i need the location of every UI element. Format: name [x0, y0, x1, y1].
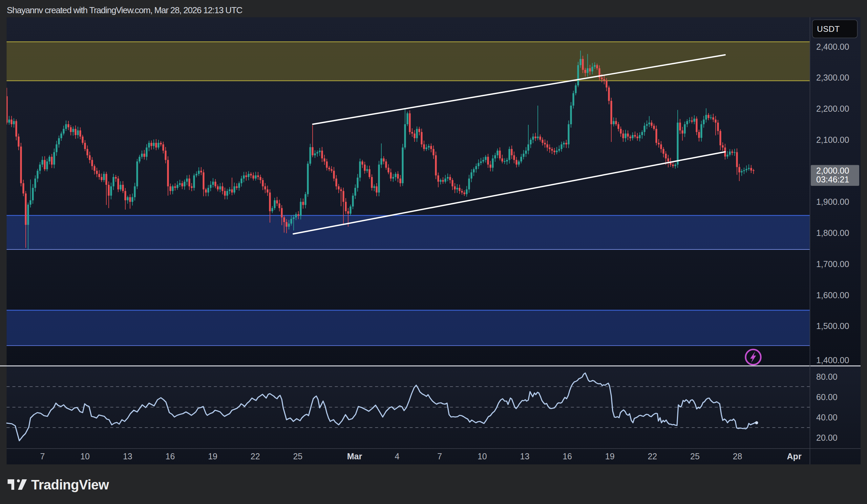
svg-text:25: 25 [293, 451, 302, 461]
svg-text:22: 22 [250, 451, 260, 461]
svg-text:03:46:21: 03:46:21 [816, 175, 849, 184]
svg-text:1,800.00: 1,800.00 [816, 228, 849, 238]
svg-text:80.00: 80.00 [816, 372, 837, 382]
svg-text:28: 28 [733, 451, 742, 461]
svg-text:7: 7 [437, 451, 442, 461]
svg-text:40.00: 40.00 [816, 413, 837, 422]
svg-text:2,200.00: 2,200.00 [816, 104, 849, 113]
svg-text:25: 25 [690, 451, 700, 461]
svg-text:13: 13 [123, 451, 132, 461]
svg-text:10: 10 [478, 451, 487, 461]
svg-text:Apr: Apr [787, 451, 802, 461]
svg-text:16: 16 [165, 451, 175, 461]
svg-text:1,600.00: 1,600.00 [816, 291, 849, 300]
svg-text:USDT: USDT [817, 24, 839, 33]
svg-text:10: 10 [80, 451, 90, 461]
svg-text:Mar: Mar [347, 451, 362, 461]
svg-text:22: 22 [647, 451, 657, 461]
svg-text:13: 13 [520, 451, 529, 461]
svg-text:1,900.00: 1,900.00 [816, 197, 849, 207]
svg-text:2,300.00: 2,300.00 [816, 73, 849, 82]
svg-text:2,400.00: 2,400.00 [816, 42, 849, 52]
svg-text:19: 19 [208, 451, 217, 461]
svg-text:1,500.00: 1,500.00 [816, 321, 849, 331]
svg-text:1,700.00: 1,700.00 [816, 259, 849, 269]
svg-text:2,100.00: 2,100.00 [816, 135, 849, 144]
svg-text:60.00: 60.00 [816, 392, 837, 402]
svg-text:1,400.00: 1,400.00 [816, 355, 849, 365]
svg-text:19: 19 [605, 451, 615, 461]
svg-text:2,000.00: 2,000.00 [816, 166, 849, 175]
svg-text:16: 16 [563, 451, 572, 461]
svg-text:TradingView: TradingView [31, 477, 109, 492]
svg-text:20.00: 20.00 [816, 433, 837, 442]
svg-text:7: 7 [40, 451, 45, 461]
svg-text:Shayannv created with TradingV: Shayannv created with TradingView.com, M… [7, 5, 243, 15]
svg-text:4: 4 [395, 451, 400, 461]
